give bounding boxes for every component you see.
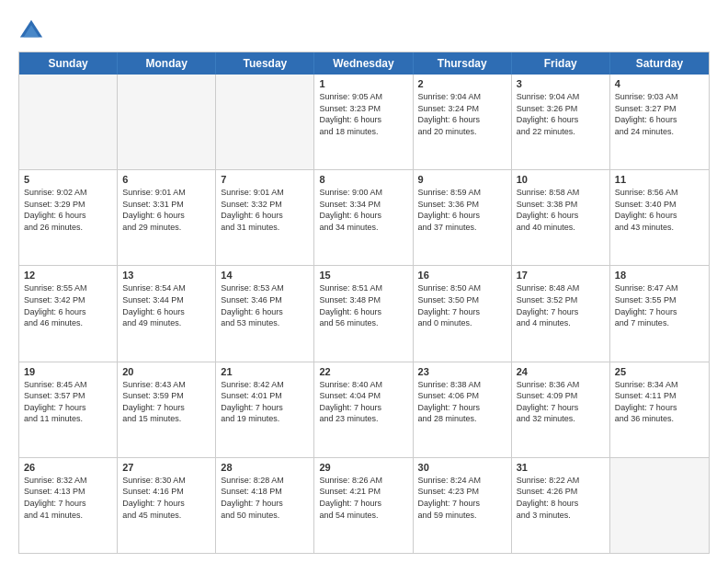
cell-text: Sunrise: 9:00 AM Sunset: 3:34 PM Dayligh…	[319, 187, 407, 233]
cell-text: Sunrise: 8:34 AM Sunset: 4:11 PM Dayligh…	[615, 379, 704, 425]
day-number: 9	[418, 174, 506, 185]
cell-text: Sunrise: 8:43 AM Sunset: 3:59 PM Dayligh…	[122, 379, 210, 425]
day-number: 29	[319, 462, 407, 473]
day-number: 6	[122, 174, 210, 185]
cal-cell: 27Sunrise: 8:30 AM Sunset: 4:16 PM Dayli…	[118, 458, 216, 553]
cal-header-sunday: Sunday	[19, 52, 118, 75]
day-number: 7	[221, 174, 309, 185]
day-number: 10	[517, 174, 605, 185]
cal-cell	[118, 75, 216, 169]
cell-text: Sunrise: 8:36 AM Sunset: 4:09 PM Dayligh…	[517, 379, 605, 425]
page: SundayMondayTuesdayWednesdayThursdayFrid…	[0, 0, 728, 563]
cell-text: Sunrise: 8:54 AM Sunset: 3:44 PM Dayligh…	[122, 282, 210, 328]
day-number: 25	[615, 366, 704, 377]
day-number: 19	[24, 366, 112, 377]
cal-cell: 30Sunrise: 8:24 AM Sunset: 4:23 PM Dayli…	[414, 458, 512, 553]
cell-text: Sunrise: 8:59 AM Sunset: 3:36 PM Dayligh…	[418, 187, 506, 233]
day-number: 1	[319, 78, 407, 89]
cal-cell: 8Sunrise: 9:00 AM Sunset: 3:34 PM Daylig…	[314, 170, 413, 265]
cal-cell	[19, 75, 118, 169]
cal-header-thursday: Thursday	[414, 52, 512, 75]
cal-header-wednesday: Wednesday	[314, 52, 413, 75]
cal-cell: 10Sunrise: 8:58 AM Sunset: 3:38 PM Dayli…	[512, 170, 610, 265]
cal-cell: 3Sunrise: 9:04 AM Sunset: 3:26 PM Daylig…	[512, 75, 610, 169]
cal-cell: 25Sunrise: 8:34 AM Sunset: 4:11 PM Dayli…	[610, 362, 709, 457]
cal-cell: 5Sunrise: 9:02 AM Sunset: 3:29 PM Daylig…	[19, 170, 118, 265]
cal-row-1: 5Sunrise: 9:02 AM Sunset: 3:29 PM Daylig…	[19, 169, 709, 265]
cal-cell: 26Sunrise: 8:32 AM Sunset: 4:13 PM Dayli…	[19, 458, 118, 553]
cell-text: Sunrise: 8:24 AM Sunset: 4:23 PM Dayligh…	[418, 475, 506, 521]
day-number: 31	[517, 462, 605, 473]
cell-text: Sunrise: 8:38 AM Sunset: 4:06 PM Dayligh…	[418, 379, 506, 425]
day-number: 28	[221, 462, 309, 473]
cal-cell: 14Sunrise: 8:53 AM Sunset: 3:46 PM Dayli…	[216, 266, 314, 361]
cell-text: Sunrise: 8:51 AM Sunset: 3:48 PM Dayligh…	[319, 282, 407, 328]
cal-cell: 21Sunrise: 8:42 AM Sunset: 4:01 PM Dayli…	[216, 362, 314, 457]
day-number: 18	[615, 270, 704, 281]
cal-cell	[216, 75, 314, 169]
cell-text: Sunrise: 8:45 AM Sunset: 3:57 PM Dayligh…	[24, 379, 112, 425]
day-number: 12	[24, 270, 112, 281]
day-number: 4	[615, 78, 704, 89]
cal-cell: 16Sunrise: 8:50 AM Sunset: 3:50 PM Dayli…	[414, 266, 512, 361]
calendar: SundayMondayTuesdayWednesdayThursdayFrid…	[18, 52, 710, 554]
cal-cell	[610, 458, 709, 553]
day-number: 21	[221, 366, 309, 377]
cell-text: Sunrise: 8:28 AM Sunset: 4:18 PM Dayligh…	[221, 475, 309, 521]
cal-cell: 19Sunrise: 8:45 AM Sunset: 3:57 PM Dayli…	[19, 362, 118, 457]
cal-cell: 4Sunrise: 9:03 AM Sunset: 3:27 PM Daylig…	[610, 75, 709, 169]
calendar-body: 1Sunrise: 9:05 AM Sunset: 3:23 PM Daylig…	[19, 75, 709, 553]
cell-text: Sunrise: 9:01 AM Sunset: 3:31 PM Dayligh…	[122, 187, 210, 233]
cal-row-0: 1Sunrise: 9:05 AM Sunset: 3:23 PM Daylig…	[19, 75, 709, 169]
day-number: 11	[615, 174, 704, 185]
day-number: 26	[24, 462, 112, 473]
day-number: 3	[517, 78, 605, 89]
cal-cell: 17Sunrise: 8:48 AM Sunset: 3:52 PM Dayli…	[512, 266, 610, 361]
cal-row-2: 12Sunrise: 8:55 AM Sunset: 3:42 PM Dayli…	[19, 265, 709, 361]
cal-header-monday: Monday	[118, 52, 216, 75]
cal-row-3: 19Sunrise: 8:45 AM Sunset: 3:57 PM Dayli…	[19, 362, 709, 457]
cal-cell: 11Sunrise: 8:56 AM Sunset: 3:40 PM Dayli…	[610, 170, 709, 265]
cell-text: Sunrise: 8:32 AM Sunset: 4:13 PM Dayligh…	[24, 475, 112, 521]
calendar-header-row: SundayMondayTuesdayWednesdayThursdayFrid…	[19, 52, 709, 75]
cal-cell: 23Sunrise: 8:38 AM Sunset: 4:06 PM Dayli…	[414, 362, 512, 457]
cal-cell: 13Sunrise: 8:54 AM Sunset: 3:44 PM Dayli…	[118, 266, 216, 361]
day-number: 23	[418, 366, 506, 377]
cal-cell: 9Sunrise: 8:59 AM Sunset: 3:36 PM Daylig…	[414, 170, 512, 265]
day-number: 20	[122, 366, 210, 377]
cal-cell: 15Sunrise: 8:51 AM Sunset: 3:48 PM Dayli…	[314, 266, 413, 361]
cal-cell: 28Sunrise: 8:28 AM Sunset: 4:18 PM Dayli…	[216, 458, 314, 553]
cal-cell: 12Sunrise: 8:55 AM Sunset: 3:42 PM Dayli…	[19, 266, 118, 361]
cell-text: Sunrise: 9:03 AM Sunset: 3:27 PM Dayligh…	[615, 91, 704, 137]
cell-text: Sunrise: 8:48 AM Sunset: 3:52 PM Dayligh…	[517, 282, 605, 328]
day-number: 17	[517, 270, 605, 281]
day-number: 16	[418, 270, 506, 281]
cell-text: Sunrise: 8:42 AM Sunset: 4:01 PM Dayligh…	[221, 379, 309, 425]
cell-text: Sunrise: 9:04 AM Sunset: 3:26 PM Dayligh…	[517, 91, 605, 137]
day-number: 27	[122, 462, 210, 473]
cal-cell: 31Sunrise: 8:22 AM Sunset: 4:26 PM Dayli…	[512, 458, 610, 553]
cal-cell: 29Sunrise: 8:26 AM Sunset: 4:21 PM Dayli…	[314, 458, 413, 553]
day-number: 8	[319, 174, 407, 185]
logo-icon	[18, 17, 44, 42]
cal-cell: 7Sunrise: 9:01 AM Sunset: 3:32 PM Daylig…	[216, 170, 314, 265]
cell-text: Sunrise: 9:04 AM Sunset: 3:24 PM Dayligh…	[418, 91, 506, 137]
cal-header-saturday: Saturday	[610, 52, 709, 75]
header	[18, 17, 710, 42]
cell-text: Sunrise: 8:22 AM Sunset: 4:26 PM Dayligh…	[517, 475, 605, 521]
cell-text: Sunrise: 8:47 AM Sunset: 3:55 PM Dayligh…	[615, 282, 704, 328]
cell-text: Sunrise: 9:01 AM Sunset: 3:32 PM Dayligh…	[221, 187, 309, 233]
cal-row-4: 26Sunrise: 8:32 AM Sunset: 4:13 PM Dayli…	[19, 457, 709, 553]
cell-text: Sunrise: 9:02 AM Sunset: 3:29 PM Dayligh…	[24, 187, 112, 233]
cell-text: Sunrise: 8:56 AM Sunset: 3:40 PM Dayligh…	[615, 187, 704, 233]
cell-text: Sunrise: 8:26 AM Sunset: 4:21 PM Dayligh…	[319, 475, 407, 521]
day-number: 24	[517, 366, 605, 377]
cal-cell: 6Sunrise: 9:01 AM Sunset: 3:31 PM Daylig…	[118, 170, 216, 265]
cal-header-friday: Friday	[512, 52, 610, 75]
cal-cell: 22Sunrise: 8:40 AM Sunset: 4:04 PM Dayli…	[314, 362, 413, 457]
cell-text: Sunrise: 8:53 AM Sunset: 3:46 PM Dayligh…	[221, 282, 309, 328]
logo	[18, 17, 48, 42]
cell-text: Sunrise: 8:40 AM Sunset: 4:04 PM Dayligh…	[319, 379, 407, 425]
day-number: 22	[319, 366, 407, 377]
cal-cell: 20Sunrise: 8:43 AM Sunset: 3:59 PM Dayli…	[118, 362, 216, 457]
